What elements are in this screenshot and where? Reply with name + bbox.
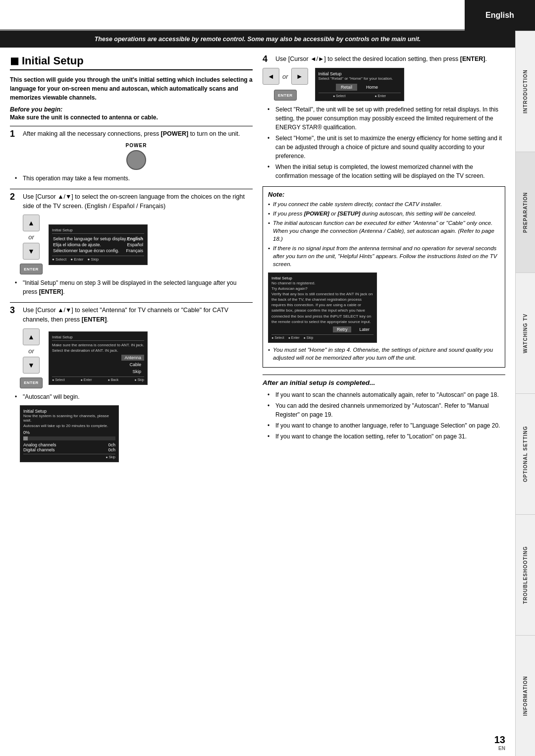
screen-3-instr2: Select the destination of ANT. IN jack. xyxy=(52,348,144,353)
arrow-down-btn: ▼ xyxy=(23,243,40,260)
autoscan-screen: Initial Setup Now the system is scanning… xyxy=(20,405,119,462)
before-begin-text: Make sure the unit is connected to anten… xyxy=(10,114,253,121)
retry-title: Initial Setup xyxy=(271,276,374,280)
autoscan-progress-label: 0% xyxy=(23,430,115,435)
english-tab: English xyxy=(465,0,535,31)
arrow-buttons-col: ▲ or ▼ ENTER xyxy=(20,215,43,274)
power-btn-circle xyxy=(126,150,146,170)
page-en: EN xyxy=(494,746,505,751)
step-1: 1 After making all the necessary connect… xyxy=(10,129,253,183)
screen-2-row-2: Sélectionner langue écran config.Françai… xyxy=(52,248,144,254)
step-4-controls: ◄ or ► ENTER Initial Setup Select "Retai… xyxy=(263,68,505,101)
autoscan-digital: Digital channels 0ch xyxy=(23,447,115,452)
enter-btn-2: ENTER xyxy=(20,264,43,274)
note-box: Note: • If you connect the cable system … xyxy=(263,186,505,368)
after-title: After an initial setup is completed... xyxy=(263,379,505,386)
or-label-3: or xyxy=(28,347,34,355)
step-2-bullet: • "Initial Setup" menu on step 3 will be… xyxy=(15,278,253,296)
step-2-screen: Initial Setup Select the language for se… xyxy=(49,224,148,265)
step-3-bullet-text: "Autoscan" will begin. xyxy=(23,392,80,401)
top-bar-line xyxy=(0,29,495,31)
analog-value: 0ch xyxy=(108,442,115,447)
retry-text: No channel is registered.Try Autoscan ag… xyxy=(271,280,374,325)
note-item-2: • If you press [POWER] or [SETUP] during… xyxy=(268,210,500,217)
step-1-number: 1 xyxy=(10,129,20,139)
step-1-bullet: • This operation may take a few moments. xyxy=(15,174,253,183)
sidebar-item-information: INFORMATION xyxy=(516,635,535,756)
step-4-bullet-2-text: Select "Home", the unit is set to maximi… xyxy=(275,134,505,161)
divider-2 xyxy=(10,189,253,189)
note-item-1: • If you connect the cable system direct… xyxy=(268,200,500,208)
autoscan-progress-bar xyxy=(23,436,115,440)
or-label-4: or xyxy=(282,73,288,80)
sidebar-item-optional-setting: OPTIONAL SETTING xyxy=(516,393,535,514)
step-2-header: 2 Use [Cursor ▲/▼] to select the on-scre… xyxy=(10,192,253,211)
step-3-screen: Initial Setup Make sure the antenna is c… xyxy=(49,331,148,385)
or-label-2: or xyxy=(28,233,34,241)
arrow-down-btn-3: ▼ xyxy=(23,357,40,374)
step-4-header: 4 Use [Cursor ◄/►] to select the desired… xyxy=(263,54,505,64)
step-2: 2 Use [Cursor ▲/▼] to select the on-scre… xyxy=(10,192,253,297)
screen-2-footer: ● Select● Enter● Skip xyxy=(52,256,144,262)
step-2-bullet-text: "Initial Setup" menu on step 3 will be d… xyxy=(23,278,253,296)
screen-3-instr1: Make sure the antenna is connected to AN… xyxy=(52,343,144,347)
right-column: 4 Use [Cursor ◄/►] to select the desired… xyxy=(263,54,505,468)
step-4-text: Use [Cursor ◄/►] to select the desired l… xyxy=(275,54,487,64)
enter-btn-3: ENTER xyxy=(20,378,43,388)
right-sidebar: INTRODUCTION PREPARATION WATCHING TV OPT… xyxy=(515,31,535,756)
step-4-bullet-2: • Select "Home", the unit is set to maxi… xyxy=(268,134,505,161)
retry-footer: ● Select● Enter● Skip xyxy=(271,334,374,339)
step-3-number: 3 xyxy=(10,306,20,324)
note-item-5: • You must set "Home" in step 4. Otherwi… xyxy=(268,346,500,362)
after-bullet-2-text: You can add the desired channels unmemor… xyxy=(275,401,505,419)
step-4-number: 4 xyxy=(263,54,272,64)
screen-3-cable: Cable xyxy=(126,362,144,368)
english-label: English xyxy=(485,11,514,20)
lr-buttons-col: ◄ or ► ENTER xyxy=(263,68,308,101)
lr-buttons-row: ◄ or ► xyxy=(263,68,308,85)
step-3: 3 Use [Cursor ▲/▼] to select "Antenna" f… xyxy=(10,306,253,462)
after-section: After an initial setup is completed... •… xyxy=(263,375,505,441)
before-begin-label: Before you begin: xyxy=(10,106,253,113)
top-bar: English xyxy=(0,0,535,31)
enter-btn-4: ENTER xyxy=(274,90,297,101)
sidebar-item-preparation: PREPARATION xyxy=(516,152,535,272)
autoscan-footer: ● Skip xyxy=(23,454,115,459)
step-1-header: 1 After making all the necessary connect… xyxy=(10,129,253,139)
digital-value: 0ch xyxy=(108,447,115,452)
step-2-number: 2 xyxy=(10,192,20,211)
step-4-bullet-1-text: Select "Retail", the unit will be set up… xyxy=(275,105,505,132)
screen-2-title: Initial Setup xyxy=(52,228,144,234)
step-4-bullet-3-text: When the initial setup is completed, the… xyxy=(275,162,505,180)
step-2-text: Use [Cursor ▲/▼] to select the on-screen… xyxy=(23,192,253,211)
screen-4-instr: Select "Retail" or "Home" for your locat… xyxy=(319,76,401,81)
screen-4-title: Initial Setup xyxy=(319,71,401,76)
screen-3-antenna: Antenna xyxy=(121,355,144,361)
note-item-3: • The initial autoscan function can be e… xyxy=(268,219,500,243)
after-bullet-3-text: If you want to change to another languag… xyxy=(275,421,500,430)
autoscan-channels: Analog channels 0ch xyxy=(23,442,115,447)
screen-2-row-1: Elija el idioma de ajuste.Español xyxy=(52,242,144,248)
content-area: ◼ Initial Setup This section will guide … xyxy=(0,48,515,475)
autoscan-text1: Now the system is scanning for channels,… xyxy=(23,414,115,423)
screen-4-options: Retail Home xyxy=(319,84,401,91)
note-item-4: • If there is no signal input from the a… xyxy=(268,244,500,268)
title-bullet: ◼ xyxy=(10,54,19,67)
step-4-bullet-1: • Select "Retail", the unit will be set … xyxy=(268,105,505,132)
screen-3-footer: ● Select● Enter● Back● Skip xyxy=(52,377,144,381)
power-label: POWER xyxy=(126,143,147,148)
note-title: Note: xyxy=(268,191,500,198)
sidebar-item-watching-tv: WATCHING TV xyxy=(516,272,535,393)
power-button-visual: POWER xyxy=(20,143,253,170)
retry-screen: Initial Setup No channel is registered.T… xyxy=(268,272,377,343)
right-btn: ► xyxy=(291,68,308,85)
notice-text: These operations are accessible by remot… xyxy=(95,36,421,43)
retry-buttons: Retry Later xyxy=(271,326,374,332)
step-3-text: Use [Cursor ▲/▼] to select "Antenna" for… xyxy=(23,306,253,324)
sidebar-item-introduction: INTRODUCTION xyxy=(516,31,535,152)
step-2-controls: ▲ or ▼ ENTER Initial Setup Select the la… xyxy=(20,215,253,274)
arrow-buttons-col-3: ▲ or ▼ ENTER xyxy=(20,328,43,388)
note-item-3-text: The initial autoscan function can be exe… xyxy=(273,219,500,243)
autoscan-title: Initial Setup xyxy=(23,409,115,414)
screen-4-retail: Retail xyxy=(336,84,357,91)
